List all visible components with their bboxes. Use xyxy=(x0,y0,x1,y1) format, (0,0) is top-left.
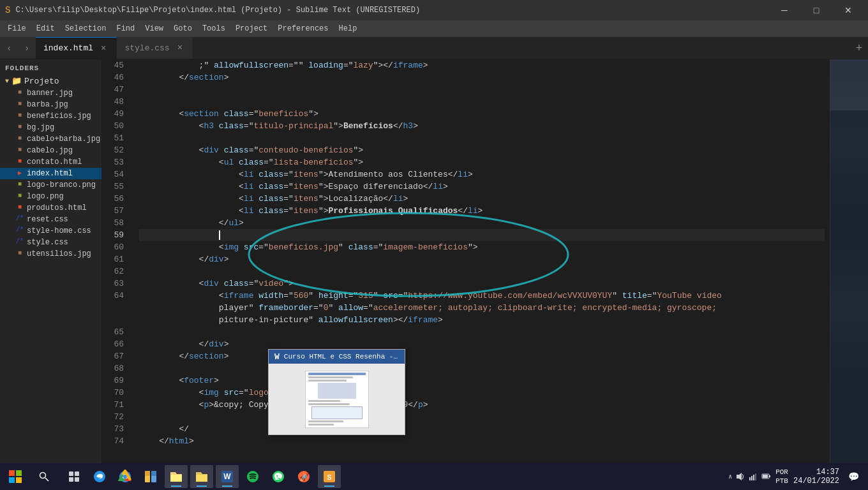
tab-label: index.html xyxy=(43,43,93,53)
menu-help[interactable]: Help xyxy=(334,20,363,37)
sidebar: FOLDERS ▼ 📁 Projeto ■banner.jpg ■barba.j… xyxy=(0,59,102,473)
svg-text:S: S xyxy=(327,473,331,481)
file-icon: ■ xyxy=(15,100,24,109)
menu-tools[interactable]: Tools xyxy=(197,20,230,37)
code-content[interactable]: ;" allowfullscreen="" loading="lazy"></i… xyxy=(134,59,830,473)
folder-icon: 📁 xyxy=(11,76,22,86)
sidebar-item[interactable]: ■bg.jpg xyxy=(0,122,101,133)
file-icon: /* xyxy=(15,215,24,224)
sidebar-item[interactable]: ■logo-branco.png xyxy=(0,179,101,191)
menu-goto[interactable]: Goto xyxy=(168,20,197,37)
svg-rect-30 xyxy=(753,475,754,480)
sidebar-item[interactable]: /*style-home.css xyxy=(0,225,101,237)
taskbar-word[interactable]: W xyxy=(216,465,239,488)
menu-edit[interactable]: Edit xyxy=(31,20,60,37)
svg-rect-29 xyxy=(751,476,752,480)
taskbar-edge[interactable] xyxy=(88,465,111,488)
svg-point-5 xyxy=(40,473,46,479)
app-icon: S xyxy=(5,5,10,15)
sidebar-item-index-html[interactable]: ▶index.html xyxy=(0,168,101,179)
battery-icon xyxy=(761,472,770,481)
file-icon: ■ xyxy=(15,204,24,212)
sidebar-item[interactable]: ■cabelo+barba.jpg xyxy=(0,133,101,145)
file-icon: ■ xyxy=(15,135,24,144)
title-bar: S C:\Users\filip\Desktop\Filipe\Projeto\… xyxy=(0,0,868,20)
close-button[interactable]: ✕ xyxy=(834,0,863,20)
start-button[interactable] xyxy=(5,466,26,487)
tab-bar: ‹ › index.html × style.css × + xyxy=(0,37,868,59)
svg-rect-1 xyxy=(9,470,15,476)
tab-nav-forward[interactable]: › xyxy=(18,37,36,59)
menu-find[interactable]: Find xyxy=(111,20,140,37)
minimap xyxy=(830,59,868,473)
taskbar-sublime[interactable]: S xyxy=(318,465,341,488)
folder-label: Projeto xyxy=(24,77,59,86)
word-preview-bar: W Curso HTML e CSS Resenha - ... xyxy=(269,350,405,364)
new-tab-button[interactable]: + xyxy=(850,37,868,59)
sidebar-folder-projeto[interactable]: ▼ 📁 Projeto xyxy=(0,75,101,87)
sidebar-item[interactable]: ■contato.html xyxy=(0,156,101,168)
svg-rect-8 xyxy=(75,471,79,476)
sidebar-item[interactable]: ■produtos.html xyxy=(0,202,101,214)
taskbar-files[interactable] xyxy=(139,465,162,488)
file-icon: /* xyxy=(15,226,24,235)
taskbar-search[interactable] xyxy=(28,465,60,488)
file-icon: ■ xyxy=(15,146,24,155)
sidebar-item[interactable]: ■cabelo.jpg xyxy=(0,145,101,156)
menu-view[interactable]: View xyxy=(140,20,168,37)
svg-rect-18 xyxy=(151,471,156,476)
sidebar-item[interactable]: ■banner.jpg xyxy=(0,87,101,99)
file-icon: ■ xyxy=(15,123,24,132)
taskbar-spotify[interactable] xyxy=(241,465,264,488)
notification-icon[interactable]: 💬 xyxy=(844,471,863,482)
taskbar-rocket[interactable]: 🚀 xyxy=(292,465,315,488)
tray-arrow[interactable]: ∧ xyxy=(728,473,732,480)
tab-index-html[interactable]: index.html × xyxy=(36,37,117,59)
svg-point-21 xyxy=(247,471,258,482)
svg-text:🚀: 🚀 xyxy=(299,472,309,482)
taskbar-whatsapp[interactable] xyxy=(267,465,290,488)
file-icon: ■ xyxy=(15,192,24,201)
word-icon: W xyxy=(273,352,281,362)
svg-line-6 xyxy=(45,478,49,481)
word-preview-popup[interactable]: W Curso HTML e CSS Resenha - ... xyxy=(268,349,405,435)
tab-style-css[interactable]: style.css × xyxy=(117,37,193,59)
system-tray: ∧ xyxy=(728,472,770,481)
file-icon: ■ xyxy=(15,112,24,121)
sidebar-item[interactable]: ■barba.jpg xyxy=(0,99,101,110)
menu-project[interactable]: Project xyxy=(230,20,273,37)
taskbar-taskview[interactable] xyxy=(63,465,86,488)
menu-bar: File Edit Selection Find View Goto Tools… xyxy=(0,20,868,37)
menu-file[interactable]: File xyxy=(3,20,31,37)
svg-rect-28 xyxy=(749,477,751,480)
sidebar-item[interactable]: ■beneficios.jpg xyxy=(0,110,101,122)
maximize-button[interactable]: □ xyxy=(802,0,831,20)
tab-close-style[interactable]: × xyxy=(175,41,185,54)
taskbar-explorer2[interactable] xyxy=(190,465,213,488)
folder-arrow-icon: ▼ xyxy=(5,78,9,85)
tab-close-index[interactable]: × xyxy=(98,42,108,55)
file-icon: ■ xyxy=(15,249,24,258)
svg-rect-3 xyxy=(9,477,15,483)
language-indicator: POR PTB xyxy=(775,468,788,486)
sidebar-item[interactable]: ■logo.png xyxy=(0,191,101,202)
window-title: C:\Users\filip\Desktop\Filipe\Projeto\in… xyxy=(15,6,420,15)
speaker-icon xyxy=(736,472,745,481)
minimize-button[interactable]: ─ xyxy=(770,0,799,20)
network-icon xyxy=(749,472,758,481)
svg-marker-27 xyxy=(737,473,742,480)
tab-nav-back[interactable]: ‹ xyxy=(0,37,18,59)
taskbar-explorer[interactable] xyxy=(165,465,188,488)
file-icon: /* xyxy=(15,238,24,247)
menu-selection[interactable]: Selection xyxy=(60,20,112,37)
file-icon: ■ xyxy=(15,181,24,189)
sidebar-item[interactable]: ■utensilios.jpg xyxy=(0,248,101,260)
svg-rect-17 xyxy=(145,471,150,476)
taskbar-chrome[interactable] xyxy=(114,465,137,488)
sidebar-item[interactable]: /*reset.css xyxy=(0,214,101,225)
svg-rect-4 xyxy=(16,477,22,483)
svg-text:W: W xyxy=(223,472,231,481)
file-icon: ■ xyxy=(15,89,24,98)
menu-preferences[interactable]: Preferences xyxy=(273,20,333,37)
sidebar-item[interactable]: /*style.css xyxy=(0,237,101,248)
